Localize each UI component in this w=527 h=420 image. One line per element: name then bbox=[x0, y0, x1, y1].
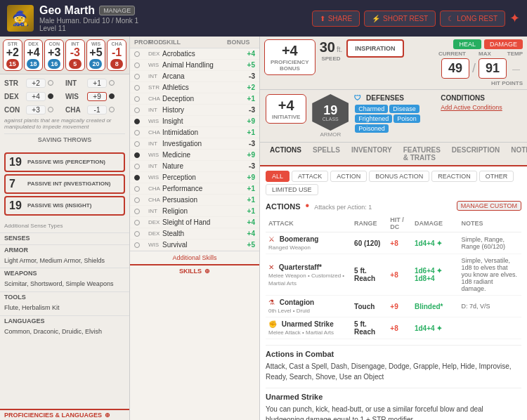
save-dot bbox=[109, 80, 115, 86]
defense-tag: Charmed bbox=[355, 105, 388, 113]
skill-dot bbox=[134, 197, 140, 203]
save-dot bbox=[109, 93, 115, 99]
defenses-icon: 🛡 bbox=[354, 94, 361, 102]
tab-notes[interactable]: NOTES bbox=[505, 143, 527, 166]
action-icon: ✕ bbox=[268, 263, 274, 271]
filter-btn-action[interactable]: ACTION bbox=[330, 171, 367, 182]
table-header-damage: DAMAGE bbox=[412, 215, 459, 232]
mid-panel: PROF MOD SKILL BONUS DEX Acrobatics +4 W… bbox=[130, 37, 260, 420]
skill-row: WIS Insight +9 bbox=[130, 116, 259, 127]
armor-box: 19 CLASS ARMOR bbox=[312, 94, 349, 138]
languages-content: Common, Draconic, Druidic, Elvish bbox=[0, 326, 129, 338]
save-row-wis: WIS +9 bbox=[65, 92, 125, 101]
armor-shield: 19 CLASS bbox=[312, 94, 349, 131]
short-rest-button[interactable]: ⚡ SHORT REST bbox=[364, 11, 436, 27]
table-row: ✕ Quarterstaff* Melee Weapon • Customize… bbox=[266, 254, 521, 296]
manage-custom-button[interactable]: MANAGE CUSTOM bbox=[457, 201, 521, 211]
right-panel: +4 PROFICIENCYBONUS 30 ft. SPEED INSPIRA… bbox=[260, 37, 527, 420]
filter-btn-attack[interactable]: ATTACK bbox=[292, 171, 328, 182]
add-conditions-btn[interactable]: Add Active Conditions bbox=[441, 104, 521, 111]
skill-dot bbox=[134, 130, 140, 136]
saves-title: SAVING THROWS bbox=[4, 133, 125, 143]
skill-row: WIS Animal Handling +5 bbox=[130, 60, 259, 71]
tab-spells[interactable]: SPELLS bbox=[307, 143, 346, 166]
filter-btn-limited-use[interactable]: LIMITED USE bbox=[266, 184, 318, 195]
inspiration-box[interactable]: INSPIRATION bbox=[346, 39, 403, 58]
skill-dot bbox=[134, 242, 140, 248]
manage-button[interactable]: MANAGE bbox=[99, 6, 135, 15]
save-row-str: STR +2 bbox=[4, 79, 64, 88]
tab-features---traits[interactable]: FEATURES & TRAITS bbox=[398, 143, 446, 166]
skills-list: DEX Acrobatics +4 WIS Animal Handling +5… bbox=[130, 48, 259, 251]
save-row-con: CON +3 bbox=[4, 105, 64, 114]
save-dot bbox=[48, 93, 53, 99]
char-name-text: Geo Marth bbox=[39, 4, 95, 17]
saves-section: STR +2 INT +1 DEX +4 WIS +9 CON +3 CHA -… bbox=[0, 74, 129, 147]
tab-description[interactable]: DESCRIPTION bbox=[446, 143, 505, 166]
initiative-box: +4 INITIATIVE bbox=[266, 94, 306, 124]
hp-label: HIT POINTS bbox=[408, 80, 523, 86]
extra-menu-icon[interactable]: ✦ bbox=[509, 11, 520, 26]
proficiencies-icon: ⊕ bbox=[105, 412, 110, 419]
weapons-title: WEAPONS bbox=[0, 268, 129, 278]
share-button[interactable]: ⬆ SHARE bbox=[312, 11, 360, 27]
armor-title: ARMOR bbox=[0, 244, 129, 255]
stat-box-constitution: CON +3 16 bbox=[44, 39, 64, 71]
filter-btn-all[interactable]: ALL bbox=[266, 171, 289, 182]
speed-label: SPEED bbox=[320, 55, 343, 62]
skill-dot bbox=[134, 231, 140, 237]
conditions-title: CONDITIONS bbox=[441, 94, 521, 102]
action-icon: ⚔ bbox=[268, 235, 275, 243]
skill-dot bbox=[134, 96, 140, 102]
actions-title-icon: • bbox=[306, 199, 310, 211]
armor-num: 19 bbox=[323, 104, 337, 117]
skill-row: WIS Survival +5 bbox=[130, 239, 259, 251]
filter-btn-bonus-action[interactable]: BONUS ACTION bbox=[369, 171, 429, 182]
skill-row: CHA Performance +1 bbox=[130, 183, 259, 195]
char-level: Level 11 bbox=[39, 25, 306, 32]
heal-button[interactable]: HEAL bbox=[453, 39, 481, 49]
damage-button[interactable]: DAMAGE bbox=[484, 39, 523, 49]
passive-section: 19 PASSIVE WIS (PERCEPTION) 7 PASSIVE IN… bbox=[0, 147, 129, 221]
skill-dot bbox=[134, 107, 140, 113]
save-row-dex: DEX +4 bbox=[4, 92, 64, 101]
skills-footer: SKILLS ⊕ bbox=[130, 264, 259, 277]
table-header-attack: ATTACK bbox=[266, 215, 351, 232]
header: 🧙 Geo Marth MANAGE Male Human. Druid 10 … bbox=[0, 0, 527, 37]
long-rest-icon: ☾ bbox=[448, 15, 454, 22]
skill-dot bbox=[134, 85, 140, 91]
filter-btn-reaction[interactable]: REACTION bbox=[431, 171, 477, 182]
stat-box-wisdom: WIS +5 20 bbox=[86, 39, 106, 71]
hp-max[interactable]: 91 bbox=[479, 58, 507, 79]
top-center: +4 PROFICIENCYBONUS 30 ft. SPEED INSPIRA… bbox=[260, 37, 527, 90]
tab-actions[interactable]: ACTIONS bbox=[264, 143, 307, 166]
actions-table: ATTACKRANGEHIT / DCDAMAGENOTES ⚔ Boomera… bbox=[266, 215, 521, 339]
skill-row: DEX Stealth +4 bbox=[130, 228, 259, 239]
char-sub: Male Human. Druid 10 / Monk 1 bbox=[39, 17, 306, 25]
share-icon: ⬆ bbox=[320, 15, 325, 22]
main-content: STR +2 15 DEX +4 18 CON +3 16 INT -3 5 W… bbox=[0, 37, 527, 420]
proficiencies-title: PROFICIENCIES & LANGUAGES ⊕ bbox=[0, 409, 129, 420]
short-rest-icon: ⚡ bbox=[372, 15, 380, 22]
defense-tags: CharmedDiseaseFrightenedPoisonPoisoned bbox=[354, 104, 435, 133]
filter-btn-other[interactable]: OTHER bbox=[479, 171, 514, 182]
long-rest-button[interactable]: ☾ LONG REST bbox=[440, 11, 505, 27]
tab-inventory[interactable]: INVENTORY bbox=[346, 143, 398, 166]
actions-subtitle: Attacks per Action: 1 bbox=[314, 204, 372, 211]
hp-current[interactable]: 49 bbox=[441, 58, 469, 79]
passive-box: 19 PASSIVE WIS (PERCEPTION) bbox=[4, 152, 125, 172]
skill-dot bbox=[134, 74, 140, 79]
skills-header: PROF MOD SKILL BONUS bbox=[130, 37, 259, 48]
speed-unit: ft. bbox=[337, 46, 342, 53]
skill-row: CHA Persuasion +1 bbox=[130, 195, 259, 206]
table-header-hit---dc: HIT / DC bbox=[387, 215, 412, 232]
table-header-range: RANGE bbox=[351, 215, 387, 232]
avatar: 🧙 bbox=[7, 5, 34, 32]
tools-content: Flute, Herbalism Kit bbox=[0, 302, 129, 314]
header-actions: ⬆ SHARE ⚡ SHORT REST ☾ LONG REST ✦ bbox=[312, 11, 520, 27]
initiative-val: +4 bbox=[272, 98, 300, 114]
actions-in-combat-desc: Attack, Cast a Spell, Dash, Disengage, D… bbox=[266, 361, 521, 382]
skill-row: WIS Medicine +9 bbox=[130, 150, 259, 161]
additional-skills-btn[interactable]: Additional Skills bbox=[130, 251, 259, 264]
skill-row: CHA Deception +1 bbox=[130, 93, 259, 105]
